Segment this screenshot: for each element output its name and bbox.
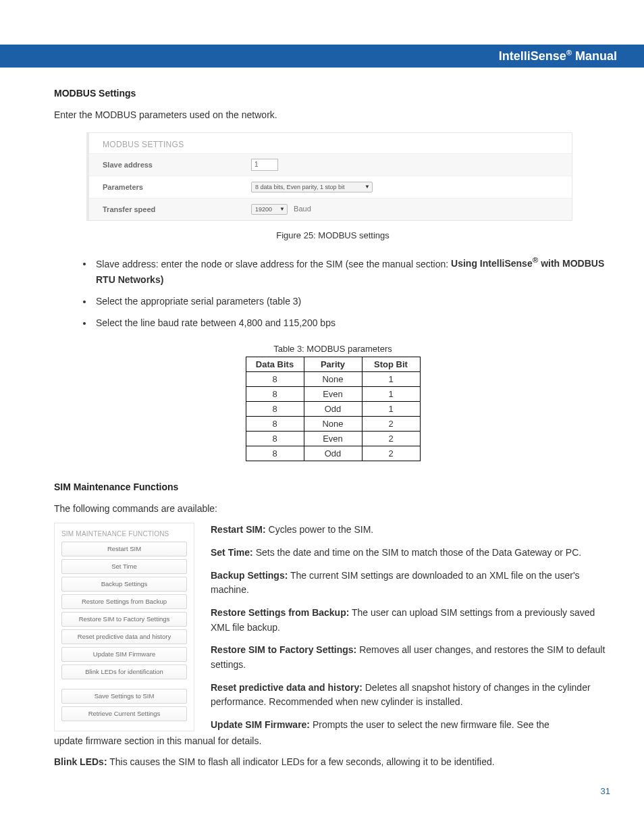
td: Odd: [304, 401, 362, 416]
bullet-list: Slave address: enter the node or slave a…: [93, 254, 612, 332]
set-time-button[interactable]: Set Time: [61, 559, 187, 574]
chevron-down-icon: ▼: [279, 206, 285, 212]
td: 8: [246, 386, 304, 401]
table-header-row: Data Bits Parity Stop Bit: [246, 357, 420, 371]
update-firmware-button[interactable]: Update SIM Firmware: [61, 647, 187, 662]
desc-label: Restart SIM:: [211, 524, 266, 535]
section-intro-maintenance: The following commands are available:: [54, 502, 612, 517]
panel-title: MODBUS SETTINGS: [89, 133, 572, 153]
desc-label: Set Time:: [211, 547, 253, 558]
td: 2: [362, 431, 420, 446]
transfer-speed-select-value: 19200: [255, 206, 272, 213]
desc-restart: Restart SIM: Cycles power to the SIM.: [211, 523, 612, 538]
restore-backup-button[interactable]: Restore Settings from Backup: [61, 594, 187, 609]
bullet-baud-rate: Select the line baud rate between 4,800 …: [93, 315, 612, 332]
registered-mark: ®: [566, 49, 572, 57]
table-row: 8Odd2: [246, 446, 420, 461]
table-row: 8None2: [246, 416, 420, 431]
td: 8: [246, 401, 304, 416]
reset-predictive-button[interactable]: Reset predictive data and history: [61, 629, 187, 644]
retrieve-settings-button[interactable]: Retrieve Current Settings: [61, 706, 187, 721]
row-transfer-speed: Transfer speed 19200 ▼ Baud: [89, 198, 572, 220]
td: Even: [304, 431, 362, 446]
desc-label: Blink LEDs:: [54, 756, 107, 767]
slave-address-input[interactable]: 1: [251, 159, 278, 171]
row-parameters: Parameters 8 data bits, Even parity, 1 s…: [89, 176, 572, 198]
desc-restore-factory: Restore SIM to Factory Settings: Removes…: [211, 643, 612, 672]
header-title-suffix: Manual: [572, 49, 617, 63]
section-heading-maintenance: SIM Maintenance Functions: [54, 481, 612, 492]
modbus-settings-panel: MODBUS SETTINGS Slave address 1 Paramete…: [86, 132, 572, 221]
bullet-text: Slave address: enter the node or slave a…: [96, 258, 451, 269]
backup-settings-button[interactable]: Backup Settings: [61, 577, 187, 592]
panel-title: SIM MAINTENANCE FUNCTIONS: [61, 529, 187, 542]
blink-leds-button[interactable]: Blink LEDs for identification: [61, 664, 187, 679]
desc-restore-backup: Restore Settings from Backup: The user c…: [211, 606, 612, 635]
table-row: 8Even2: [246, 431, 420, 446]
table-row: 8Even1: [246, 386, 420, 401]
td: 8: [246, 371, 304, 386]
table-caption-3: Table 3: MODBUS parameters: [54, 344, 612, 354]
td: 8: [246, 431, 304, 446]
td: 1: [362, 386, 420, 401]
table-row: 8None1: [246, 371, 420, 386]
modbus-params-table: Data Bits Parity Stop Bit 8None1 8Even1 …: [246, 357, 421, 461]
td: 8: [246, 446, 304, 461]
save-settings-button[interactable]: Save Settings to SIM: [61, 689, 187, 704]
desc-backup: Backup Settings: The current SIM setting…: [211, 569, 612, 598]
maintenance-descriptions: Restart SIM: Cycles power to the SIM. Se…: [211, 523, 612, 741]
td: 8: [246, 416, 304, 431]
desc-text: Sets the date and time on the SIM to mat…: [253, 547, 581, 558]
desc-label: Update SIM Firmware:: [211, 719, 310, 730]
desc-label: Restore Settings from Backup:: [211, 607, 349, 618]
registered-mark: ®: [533, 256, 539, 265]
desc-label: Reset predictive data and history:: [211, 682, 363, 693]
parameters-select[interactable]: 8 data bits, Even parity, 1 stop bit ▼: [251, 182, 373, 192]
page-number: 31: [601, 786, 610, 796]
section-intro-modbus: Enter the MODBUS parameters used on the …: [54, 108, 612, 123]
header-title: IntelliSense® Manual: [499, 49, 617, 63]
desc-text: Prompts the user to select the new firmw…: [310, 719, 549, 730]
desc-update-firmware-partial: Update SIM Firmware: Prompts the user to…: [211, 718, 612, 733]
header-title-prefix: IntelliSense: [499, 49, 566, 63]
restore-factory-button[interactable]: Restore SIM to Factory Settings: [61, 612, 187, 627]
desc-label: Backup Settings:: [211, 570, 288, 581]
td: Even: [304, 386, 362, 401]
section-heading-modbus: MODBUS Settings: [54, 88, 612, 99]
chevron-down-icon: ▼: [365, 184, 370, 190]
desc-text: This causes the SIM to flash all indicat…: [107, 756, 495, 767]
restart-sim-button[interactable]: Restart SIM: [61, 542, 187, 556]
row-slave-address: Slave address 1: [89, 153, 572, 176]
desc-settime: Set Time: Sets the date and time on the …: [211, 546, 612, 561]
maintenance-panel: SIM MAINTENANCE FUNCTIONS Restart SIM Se…: [54, 523, 194, 731]
desc-label: Restore SIM to Factory Settings:: [211, 644, 356, 655]
td: 2: [362, 446, 420, 461]
transfer-speed-select[interactable]: 19200 ▼: [251, 204, 288, 215]
th-data-bits: Data Bits: [246, 357, 304, 371]
td: None: [304, 371, 362, 386]
td: 2: [362, 416, 420, 431]
th-parity: Parity: [304, 357, 362, 371]
figure-caption-25: Figure 25: MODBUS settings: [54, 230, 612, 240]
bullet-slave-address: Slave address: enter the node or slave a…: [93, 254, 612, 288]
transfer-speed-unit: Baud: [294, 205, 311, 213]
parameters-select-value: 8 data bits, Even parity, 1 stop bit: [255, 184, 344, 190]
td: None: [304, 416, 362, 431]
label-transfer-speed: Transfer speed: [89, 205, 251, 213]
desc-text: Cycles power to the SIM.: [266, 524, 374, 535]
desc-reset-predictive: Reset predictive data and history: Delet…: [211, 681, 612, 710]
td: Odd: [304, 446, 362, 461]
label-slave-address: Slave address: [89, 161, 251, 169]
bullet-bold: Using IntelliSense: [451, 258, 533, 269]
td: 1: [362, 371, 420, 386]
desc-blink-leds: Blink LEDs: This causes the SIM to flash…: [54, 755, 612, 770]
th-stop-bit: Stop Bit: [362, 357, 420, 371]
table-row: 8Odd1: [246, 401, 420, 416]
td: 1: [362, 401, 420, 416]
bullet-serial-params: Select the appropriate serial parameters…: [93, 294, 612, 310]
header-band: IntelliSense® Manual: [0, 45, 644, 68]
label-parameters: Parameters: [89, 183, 251, 191]
